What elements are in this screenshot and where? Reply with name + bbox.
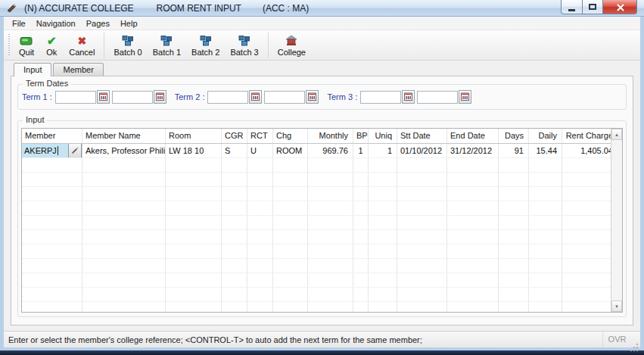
column-header-member[interactable]: Member [22,129,82,143]
term-1-start-date-input[interactable] [55,91,96,104]
batch-2-button[interactable]: Batch 2 [186,33,225,58]
batch-0-button[interactable]: Batch 0 [108,33,147,58]
table-cell[interactable]: U [247,144,273,157]
quit-button[interactable]: Quit [14,33,39,58]
table-cell [353,288,369,301]
window-frame: FileNavigationPagesHelp Quit✔Ok✖CancelBa… [0,17,644,347]
table-cell [562,187,611,201]
table-cell [273,158,308,172]
table-cell[interactable]: 91 [499,144,529,157]
table-cell[interactable]: S [222,144,247,157]
tab-page-input: Term Dates Term 1 :Term 2 :Term 3 : Inpu… [11,76,633,325]
table-cell [369,302,397,312]
table-cell [529,244,562,258]
column-header-daily[interactable]: Daily [529,129,562,143]
tab-member[interactable]: Member [53,63,103,76]
close-button[interactable] [603,0,637,14]
column-header-monthly[interactable]: Monthly [308,129,353,143]
member-ref-edit-cell[interactable]: AKERPJ [22,144,82,157]
menu-item-file[interactable]: File [7,17,31,30]
column-header-days[interactable]: Days [499,129,529,143]
table-cell [273,173,308,186]
cancel-button[interactable]: ✖Cancel [64,33,100,58]
tab-input[interactable]: Input [14,63,51,76]
batch-3-button[interactable]: Batch 3 [225,33,263,58]
table-cell[interactable]: 1,405.04 [562,144,611,157]
table-cell [22,216,82,229]
table-cell [166,302,222,312]
table-cell [82,302,166,312]
table-cell[interactable]: ROOM [273,144,308,157]
table-cell[interactable]: LW 18 10 [166,144,222,157]
ok-button[interactable]: ✔Ok [39,33,64,58]
table-cell [22,201,82,215]
table-cell [247,158,273,172]
table-cell[interactable]: 1 [369,144,397,157]
table-cell [447,302,499,312]
column-header-end-date[interactable]: End Date [447,129,499,143]
ok-icon: ✔ [45,35,58,47]
table-cell [273,259,308,272]
table-cell[interactable]: 1 [353,144,369,157]
term-2-end-date-input[interactable] [264,91,305,104]
column-header-uniq[interactable]: Uniq [369,129,397,143]
term-3-group: Term 3 : [327,90,474,104]
table-row-empty [22,216,611,230]
resize-grip[interactable] [631,332,640,347]
table-cell [499,230,529,244]
window-title-screen: ROOM RENT INPUT [156,3,241,14]
menu-item-pages[interactable]: Pages [81,17,115,30]
term-2-end-calendar-button[interactable] [306,90,319,104]
table-cell [222,201,247,215]
term-1-end-date-input[interactable] [112,91,153,104]
table-cell[interactable]: 969.76 [308,144,353,157]
table-cell [22,187,82,201]
minimize-button[interactable] [561,0,583,14]
table-cell [22,259,82,272]
window-title-app: (N) ACCURATE COLLEGE [24,3,133,14]
term-3-end-calendar-button[interactable] [459,90,471,104]
column-header-rct[interactable]: RCT [247,129,273,143]
term-3-end-date-input[interactable] [417,91,458,104]
table-cell [562,244,611,258]
table-cell [247,201,273,215]
menu-item-help[interactable]: Help [115,17,143,30]
batch-1-button[interactable]: Batch 1 [148,33,186,58]
term-2-start-calendar-button[interactable] [249,90,262,104]
maximize-button[interactable] [583,0,603,14]
college-button[interactable]: College [272,33,311,58]
table-cell [447,273,499,287]
term-2-start-date-input[interactable] [207,91,248,104]
table-cell [308,230,353,244]
table-cell [447,230,499,244]
scroll-down-button[interactable]: ▼ [611,301,622,312]
term-3-start-date-input[interactable] [360,91,401,104]
batch-icon [121,35,135,47]
vertical-scrollbar[interactable]: ▲ ▼ [611,129,622,312]
table-cell [308,158,353,172]
scroll-up-button[interactable]: ▲ [611,129,622,140]
term-3-start-calendar-button[interactable] [402,90,415,104]
table-cell [273,302,308,312]
table-cell[interactable]: 01/10/2012 [397,144,447,157]
toolbar-grip[interactable] [8,34,10,57]
column-header-chg[interactable]: Chg [273,129,308,143]
column-header-cgr[interactable]: CGR [222,129,247,143]
menu-item-navigation[interactable]: Navigation [31,17,81,30]
term-1-start-calendar-button[interactable] [97,90,110,104]
column-header-member-name[interactable]: Member Name [82,129,166,143]
member-lookup-button[interactable] [68,144,82,157]
table-cell[interactable]: Akers, Professor Philip [82,144,166,157]
column-header-room[interactable]: Room [166,129,222,143]
table-cell[interactable]: 31/12/2012 [447,144,499,157]
column-header-rent-charge[interactable]: Rent Charge [562,129,611,143]
table-cell [308,244,353,258]
column-header-stt-date[interactable]: Stt Date [397,129,447,143]
term-1-end-calendar-button[interactable] [154,90,166,104]
table-cell [529,187,562,201]
client-area: InputMember Term Dates Term 1 :Term 2 :T… [4,61,640,331]
table-cell[interactable]: 15.44 [529,144,562,157]
table-cell [247,259,273,272]
column-header-bp[interactable]: BP [353,129,369,143]
table-row[interactable]: AKERPJAkers, Professor PhilipLW 18 10SUR… [22,144,611,158]
